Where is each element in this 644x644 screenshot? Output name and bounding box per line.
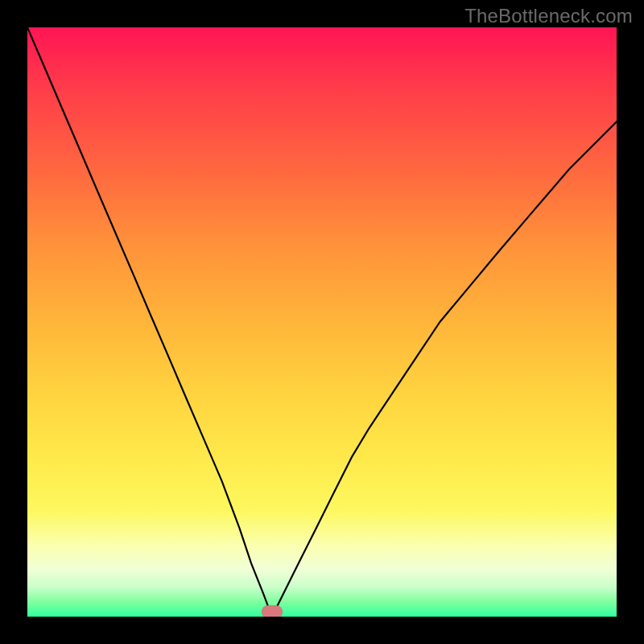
bottleneck-curve: [27, 27, 617, 617]
chart-frame: TheBottleneck.com: [0, 0, 644, 644]
plot-area: [27, 27, 617, 617]
curve-path: [27, 27, 617, 617]
optimum-marker: [262, 605, 283, 617]
watermark-text: TheBottleneck.com: [464, 5, 633, 27]
